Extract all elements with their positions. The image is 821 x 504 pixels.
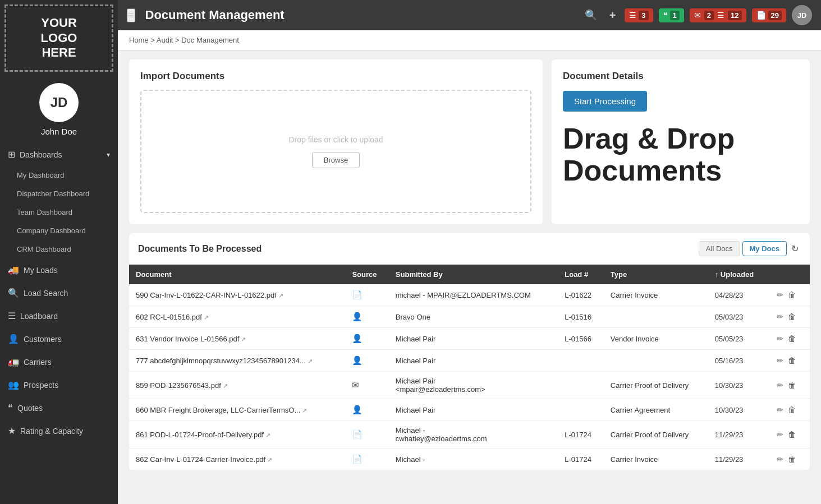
sidebar-item-prospects[interactable]: 👥 Prospects <box>0 373 118 396</box>
doc-badge-icon: ☰ <box>717 11 724 20</box>
refresh-button[interactable]: ↻ <box>789 241 801 256</box>
hamburger-button[interactable]: ≡ <box>127 8 135 22</box>
delete-button[interactable]: 🗑 <box>786 429 798 440</box>
document-link[interactable]: 860 MBR Freight Brokerage, LLC-CarrierTe… <box>136 406 300 414</box>
edit-button[interactable]: ✏ <box>774 404 786 415</box>
document-link[interactable]: 862 Car-Inv-L-01724-Carrier-Invoice.pdf <box>136 455 265 464</box>
cell-document: 602 RC-L-01516.pdf↗ <box>129 306 345 328</box>
sidebar-item-quotes[interactable]: ❝ Quotes <box>0 396 118 419</box>
document-link[interactable]: 631 Vendor Invoice L-01566.pdf <box>136 335 239 343</box>
delete-button[interactable]: 🗑 <box>786 289 798 300</box>
start-processing-button[interactable]: Start Processing <box>563 91 647 112</box>
document-link[interactable]: 859 POD-1235676543.pdf <box>136 381 221 390</box>
user-avatar-topbar[interactable]: JD <box>792 5 812 25</box>
add-button[interactable]: + <box>606 7 620 24</box>
docs-table-panel: Documents To Be Processed All Docs My Do… <box>129 233 810 470</box>
sidebar-item-carriers[interactable]: 🚛 Carriers <box>0 350 118 373</box>
edit-button[interactable]: ✏ <box>774 333 786 344</box>
cell-actions: ✏🗑 <box>768 306 810 328</box>
doc-details-panel: Document Details Start Processing Drag &… <box>552 59 810 224</box>
delete-button[interactable]: 🗑 <box>786 311 798 322</box>
edit-button[interactable]: ✏ <box>774 429 786 440</box>
cell-uploaded: 04/28/23 <box>708 284 768 306</box>
docs-table-body: 590 Car-Inv-L-01622-CAR-INV-L-01622.pdf↗… <box>129 284 810 470</box>
cell-submitted-by: Michael - <box>389 448 558 470</box>
paper-badge-group[interactable]: 📄 29 <box>752 8 786 22</box>
external-link-icon: ↗ <box>223 382 228 389</box>
source-icon: 👤 <box>352 334 363 343</box>
sidebar-item-my-dashboard[interactable]: My Dashboard <box>0 166 118 184</box>
sidebar-item-dashboards[interactable]: ⊞ Dashboards ▾ <box>0 143 118 166</box>
delete-button[interactable]: 🗑 <box>786 454 798 465</box>
cell-submitted-by: Michael Pair <box>389 350 558 372</box>
sidebar-item-my-loads[interactable]: 🚚 My Loads <box>0 258 118 281</box>
edit-button[interactable]: ✏ <box>774 311 786 322</box>
cell-source: 📄 <box>345 284 388 306</box>
cell-submitted-by: Bravo One <box>389 306 558 328</box>
browse-button[interactable]: Browse <box>312 152 360 168</box>
external-link-icon: ↗ <box>278 292 283 299</box>
filter-all-docs-button[interactable]: All Docs <box>699 241 740 256</box>
edit-button[interactable]: ✏ <box>774 380 786 391</box>
sidebar-item-team-dashboard[interactable]: Team Dashboard <box>0 203 118 221</box>
logo-text: YOUR LOGO HERE <box>41 16 77 60</box>
list-badge-icon: ☰ <box>629 11 636 20</box>
cell-source: 👤 <box>345 350 388 372</box>
cell-load-num <box>558 372 604 399</box>
drag-drop-promo: Drag & Drop Documents <box>563 123 799 187</box>
cell-document: 861 POD-L-01724-Proof-of-Delivery.pdf↗ <box>129 421 345 448</box>
drop-label: Drop files or click to upload <box>288 135 383 144</box>
sidebar-item-rating-capacity[interactable]: ★ Rating & Capacity <box>0 419 118 442</box>
sidebar-item-loadboard[interactable]: ☰ Loadboard <box>0 304 118 327</box>
quote-badge-group[interactable]: ❝ 1 <box>659 8 684 22</box>
paper-badge-icon: 📄 <box>756 11 766 20</box>
cell-source: 👤 <box>345 306 388 328</box>
edit-button[interactable]: ✏ <box>774 289 786 300</box>
list-badge-group[interactable]: ☰ 3 <box>625 8 653 22</box>
delete-button[interactable]: 🗑 <box>786 404 798 415</box>
cell-actions: ✏🗑 <box>768 399 810 421</box>
sidebar-item-customers[interactable]: 👤 Customers <box>0 327 118 350</box>
delete-button[interactable]: 🗑 <box>786 333 798 344</box>
cell-document: 859 POD-1235676543.pdf↗ <box>129 372 345 399</box>
email-doc-badge-group[interactable]: ✉ 2 ☰ 12 <box>690 8 746 22</box>
sidebar-item-load-search[interactable]: 🔍 Load Search <box>0 281 118 304</box>
filter-my-docs-button[interactable]: My Docs <box>742 241 787 256</box>
col-document: Document <box>129 265 345 284</box>
cell-uploaded: 05/05/23 <box>708 328 768 350</box>
source-icon: 📄 <box>352 454 363 464</box>
delete-button[interactable]: 🗑 <box>786 380 798 391</box>
sidebar-item-crm-dashboard[interactable]: CRM Dashboard <box>0 240 118 258</box>
table-row: 859 POD-1235676543.pdf↗✉Michael Pair <mp… <box>129 372 810 399</box>
sidebar-item-company-dashboard[interactable]: Company Dashboard <box>0 221 118 240</box>
search-button[interactable]: 🔍 <box>581 7 600 24</box>
cell-source: 👤 <box>345 399 388 421</box>
grid-icon: ⊞ <box>8 149 15 160</box>
user-icon: 👤 <box>8 334 19 344</box>
sidebar-item-dispatcher-dashboard[interactable]: Dispatcher Dashboard <box>0 184 118 203</box>
cell-actions: ✏🗑 <box>768 284 810 306</box>
cell-document: 590 Car-Inv-L-01622-CAR-INV-L-01622.pdf↗ <box>129 284 345 306</box>
col-uploaded[interactable]: ↑ Uploaded <box>708 265 768 284</box>
document-link[interactable]: 590 Car-Inv-L-01622-CAR-INV-L-01622.pdf <box>136 291 277 299</box>
quotes-icon: ❝ <box>8 403 13 413</box>
delete-button[interactable]: 🗑 <box>786 355 798 366</box>
topbar: ≡ Document Management 🔍 + ☰ 3 ❝ 1 ✉ 2 ☰ … <box>118 0 821 30</box>
document-link[interactable]: 777 abcdefghijklmnopqrstuvwxyz1234567890… <box>136 357 306 365</box>
table-row: 777 abcdefghijklmnopqrstuvwxyz1234567890… <box>129 350 810 372</box>
cell-uploaded: 10/30/23 <box>708 399 768 421</box>
table-row: 861 POD-L-01724-Proof-of-Delivery.pdf↗📄M… <box>129 421 810 448</box>
source-icon: ✉ <box>352 380 359 390</box>
email-badge-icon: ✉ <box>694 11 701 20</box>
cell-uploaded: 11/29/23 <box>708 421 768 448</box>
drop-zone[interactable]: Drop files or click to upload Browse <box>140 90 531 213</box>
col-source: Source <box>345 265 388 284</box>
document-link[interactable]: 602 RC-L-01516.pdf <box>136 313 202 321</box>
docs-table: Document Source Submitted By Load # Type… <box>129 265 810 470</box>
chevron-down-icon: ▾ <box>107 151 110 159</box>
cell-uploaded: 05/16/23 <box>708 350 768 372</box>
document-link[interactable]: 861 POD-L-01724-Proof-of-Delivery.pdf <box>136 431 264 439</box>
edit-button[interactable]: ✏ <box>774 355 786 366</box>
cell-actions: ✏🗑 <box>768 421 810 448</box>
edit-button[interactable]: ✏ <box>774 454 786 465</box>
